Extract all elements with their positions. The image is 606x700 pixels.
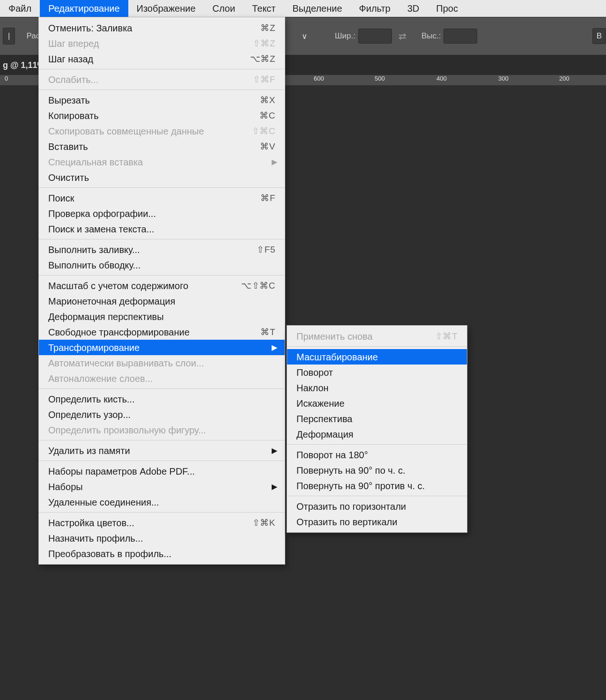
edit-menu-item[interactable]: Выполнить обводку...	[39, 257, 285, 273]
transform-menu-item[interactable]: Наклон	[287, 380, 467, 395]
menu-separator	[39, 461, 285, 461]
menu-image[interactable]: Изображение	[128, 0, 204, 17]
ruler-tick: 0	[5, 75, 8, 82]
options-right-button[interactable]: В	[592, 28, 606, 44]
edit-menu-item[interactable]: Трансформирование▶	[39, 340, 285, 355]
edit-menu-item[interactable]: Марионеточная деформация	[39, 293, 285, 309]
menu-item-label: Преобразовать в профиль...	[48, 549, 275, 559]
edit-menu-item[interactable]: Шаг назад⌥⌘Z	[39, 51, 285, 67]
menu-text[interactable]: Текст	[244, 0, 284, 17]
menu-item-label: Масштабирование	[296, 352, 458, 362]
menu-item-label: Искажение	[296, 399, 458, 408]
menu-item-label: Шаг вперед	[48, 39, 234, 48]
menu-item-label: Поиск	[48, 194, 242, 203]
edit-menu-item[interactable]: Назначить профиль...	[39, 530, 285, 546]
menu-item-label: Масштаб с учетом содержимого	[48, 281, 222, 290]
options-left-fragment[interactable]: |	[3, 28, 15, 45]
menu-item-shortcut: ⇧⌘K	[252, 518, 275, 527]
edit-menu-item[interactable]: Настройка цветов...⇧⌘K	[39, 515, 285, 530]
ruler-tick: 300	[498, 75, 509, 82]
menu-item-label: Поворот на 180°	[296, 450, 458, 460]
edit-menu-item[interactable]: Деформация перспективы	[39, 309, 285, 324]
menu-separator	[39, 388, 285, 389]
menu-view-trunc[interactable]: Прос	[428, 0, 466, 17]
menu-item-label: Марионеточная деформация	[48, 297, 275, 306]
height-input[interactable]	[443, 29, 477, 44]
menu-item-label: Автоматически выравнивать слои...	[48, 358, 275, 368]
edit-menu-item[interactable]: Выполнить заливку...⇧F5	[39, 242, 285, 257]
menu-item-shortcut: ⌘X	[260, 96, 275, 104]
submenu-arrow-icon: ▶	[272, 158, 277, 166]
swap-icon[interactable]: ⇄	[399, 30, 406, 42]
menu-separator	[39, 69, 285, 69]
menu-layers[interactable]: Слои	[204, 0, 244, 17]
menu-item-label: Удаленные соединения...	[48, 498, 275, 507]
menu-select[interactable]: Выделение	[284, 0, 351, 17]
transform-menu-item[interactable]: Деформация	[287, 426, 467, 442]
transform-menu-item[interactable]: Отразить по вертикали	[287, 514, 467, 529]
edit-menu-item[interactable]: Наборы▶	[39, 479, 285, 494]
transform-menu-item: Применить снова⇧⌘T	[287, 328, 467, 344]
edit-menu-item: Определить произвольную фигуру...	[39, 422, 285, 438]
ruler-tick: 400	[436, 75, 447, 82]
edit-menu-item[interactable]: Вырезать⌘X	[39, 92, 285, 108]
edit-menu-item[interactable]: Поиск⌘F	[39, 190, 285, 206]
menu-item-label: Шаг назад	[48, 54, 231, 64]
transform-menu-item[interactable]: Искажение	[287, 395, 467, 411]
edit-menu-item[interactable]: Копировать⌘C	[39, 108, 285, 123]
menu-item-label: Автоналожение слоев...	[48, 374, 275, 383]
edit-menu-item[interactable]: Определить кисть...	[39, 391, 285, 407]
menu-item-shortcut: ⌘C	[259, 111, 275, 120]
edit-menu-item: Ослабить...⇧⌘F	[39, 72, 285, 87]
menu-separator	[39, 239, 285, 239]
ruler-tick: 500	[375, 75, 385, 82]
menu-edit[interactable]: Редактирование	[40, 0, 128, 17]
menu-item-shortcut: ⌘F	[260, 194, 275, 202]
edit-menu-item[interactable]: Вставить⌘V	[39, 139, 285, 154]
menu-item-shortcut: ⌘Z	[260, 23, 275, 32]
edit-menu-item[interactable]: Свободное трансформирование⌘T	[39, 324, 285, 340]
transform-menu-item[interactable]: Поворот на 180°	[287, 447, 467, 462]
transform-menu-item[interactable]: Поворот	[287, 365, 467, 380]
transform-menu-item[interactable]: Перспектива	[287, 411, 467, 426]
edit-menu-item[interactable]: Наборы параметров Adobe PDF...	[39, 463, 285, 479]
transform-menu-item[interactable]: Масштабирование	[287, 349, 467, 365]
chevron-down-icon[interactable]: ∨	[301, 33, 308, 39]
edit-menu-item[interactable]: Удаленные соединения...	[39, 494, 285, 510]
edit-menu-item: Скопировать совмещенные данные⇧⌘C	[39, 123, 285, 139]
menu-separator	[287, 496, 467, 496]
menu-item-shortcut: ⇧⌘F	[253, 75, 275, 84]
menu-item-label: Очистить	[48, 173, 275, 182]
menu-item-label: Наклон	[296, 383, 458, 393]
edit-menu-item[interactable]: Определить узор...	[39, 407, 285, 422]
menu-item-label: Перспектива	[296, 414, 458, 424]
menu-item-shortcut: ⌥⇧⌘C	[241, 281, 275, 290]
menu-separator	[39, 440, 285, 440]
edit-menu-item[interactable]: Удалить из памяти▶	[39, 443, 285, 458]
menu-file[interactable]: Файл	[0, 0, 40, 17]
edit-menu-item[interactable]: Масштаб с учетом содержимого⌥⇧⌘C	[39, 278, 285, 293]
edit-menu-item[interactable]: Отменить: Заливка⌘Z	[39, 20, 285, 36]
menu-item-label: Настройка цветов...	[48, 518, 234, 528]
transform-menu-item[interactable]: Повернуть на 90° по ч. с.	[287, 462, 467, 478]
edit-menu-item[interactable]: Очистить	[39, 170, 285, 185]
menu-item-label: Отменить: Заливка	[48, 23, 242, 33]
menu-item-label: Назначить профиль...	[48, 534, 275, 543]
menu-item-shortcut: ⇧⌘Z	[253, 39, 275, 48]
height-label: Выс.:	[421, 31, 441, 41]
menu-filter[interactable]: Фильтр	[351, 0, 399, 17]
edit-menu-item[interactable]: Проверка орфографии...	[39, 206, 285, 221]
width-input[interactable]	[358, 29, 392, 44]
edit-menu-item[interactable]: Поиск и замена текста...	[39, 221, 285, 237]
transform-menu-item[interactable]: Отразить по горизонтали	[287, 499, 467, 514]
menu-item-shortcut: ⇧F5	[257, 245, 275, 254]
menu-item-label: Деформация	[296, 430, 458, 439]
menubar: Файл Редактирование Изображение Слои Тек…	[0, 0, 606, 17]
edit-menu-item[interactable]: Преобразовать в профиль...	[39, 546, 285, 561]
edit-menu-item: Автоматически выравнивать слои...	[39, 355, 285, 371]
menu-item-label: Определить кисть...	[48, 395, 275, 404]
submenu-arrow-icon: ▶	[272, 344, 277, 351]
transform-menu-item[interactable]: Повернуть на 90° против ч. с.	[287, 478, 467, 493]
menu-3d[interactable]: 3D	[399, 0, 428, 17]
menu-item-label: Трансформирование	[48, 343, 275, 352]
